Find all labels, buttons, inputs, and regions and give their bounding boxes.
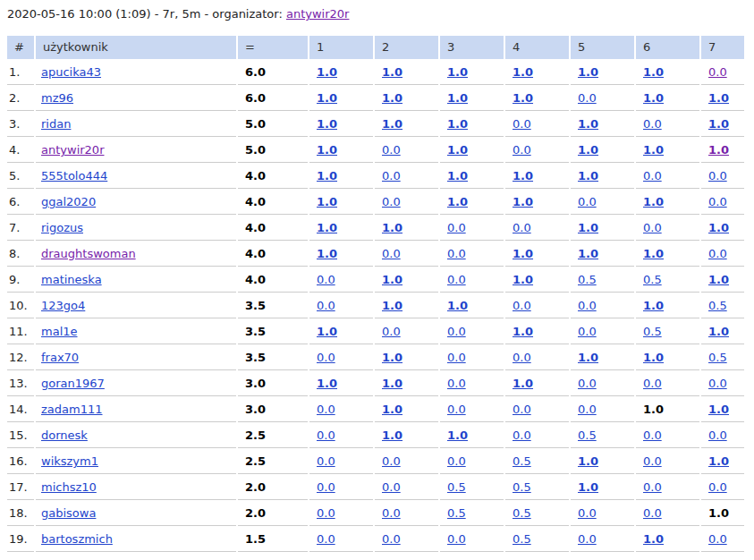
game-result-link[interactable]: 0.0: [382, 143, 401, 157]
game-result-link[interactable]: 0.0: [578, 195, 597, 208]
game-result-link[interactable]: 0.0: [317, 428, 335, 442]
game-result-link[interactable]: 1.0: [382, 428, 402, 442]
game-result-link[interactable]: 1.0: [317, 377, 337, 390]
user-link[interactable]: ggal2020: [41, 195, 96, 208]
game-result-link[interactable]: 1.0: [317, 65, 337, 79]
game-result-link[interactable]: 1.0: [578, 247, 598, 260]
game-result-link[interactable]: 0.0: [382, 325, 401, 338]
game-result-link[interactable]: 0.0: [382, 195, 401, 208]
game-result-link[interactable]: 0.0: [708, 428, 727, 442]
game-result-link[interactable]: 1.0: [447, 65, 468, 79]
game-result-link[interactable]: 1.0: [317, 195, 337, 208]
game-result-link[interactable]: 0.0: [317, 299, 335, 312]
organizer-link[interactable]: antywir20r: [286, 7, 349, 21]
game-result-link[interactable]: 1.0: [382, 377, 402, 390]
game-result-link[interactable]: 1.0: [513, 169, 533, 182]
game-result-link[interactable]: 1.0: [513, 247, 533, 260]
game-result-link[interactable]: 0.0: [513, 117, 531, 131]
game-result-link[interactable]: 1.0: [708, 91, 729, 105]
game-result-link[interactable]: 0.5: [708, 351, 727, 364]
game-result-link[interactable]: 0.0: [643, 480, 662, 494]
game-result-link[interactable]: 0.0: [643, 377, 662, 390]
user-link[interactable]: apucika43: [41, 65, 101, 79]
game-result-link[interactable]: 1.0: [317, 325, 337, 338]
game-result-link[interactable]: 1.0: [382, 91, 402, 105]
game-result-link[interactable]: 1.0: [447, 143, 468, 157]
game-result-link[interactable]: 0.5: [513, 506, 531, 520]
game-result-link[interactable]: 1.0: [708, 325, 729, 338]
game-result-link[interactable]: 1.0: [578, 351, 598, 364]
game-result-link[interactable]: 1.0: [447, 169, 468, 182]
game-result-link[interactable]: 0.0: [643, 506, 662, 520]
user-link[interactable]: matineska: [41, 273, 102, 286]
user-link[interactable]: frax70: [41, 351, 79, 364]
game-result-link[interactable]: 0.0: [382, 454, 401, 468]
game-result-link[interactable]: 1.0: [513, 273, 533, 286]
game-result-link[interactable]: 0.0: [513, 299, 531, 312]
game-result-link[interactable]: 1.0: [578, 221, 598, 234]
game-result-link[interactable]: 0.0: [447, 377, 466, 390]
game-result-link[interactable]: 0.0: [382, 506, 401, 520]
game-result-link[interactable]: 0.0: [447, 221, 466, 234]
game-result-link[interactable]: 1.0: [708, 454, 729, 468]
game-result-link[interactable]: 1.0: [513, 325, 533, 338]
user-link[interactable]: bartoszmich: [41, 532, 113, 546]
game-result-link[interactable]: 1.0: [317, 169, 337, 182]
game-result-link[interactable]: 0.0: [382, 532, 401, 546]
game-result-link[interactable]: 0.0: [447, 247, 466, 260]
game-result-link[interactable]: 1.0: [382, 299, 402, 312]
game-result-link[interactable]: 0.5: [447, 506, 466, 520]
game-result-link[interactable]: 0.0: [513, 428, 531, 442]
game-result-link[interactable]: 1.0: [513, 65, 533, 79]
game-result-link[interactable]: 0.0: [317, 403, 335, 416]
user-link[interactable]: goran1967: [41, 377, 105, 390]
game-result-link[interactable]: 0.0: [643, 169, 662, 182]
game-result-link[interactable]: 1.0: [643, 532, 664, 546]
game-result-link[interactable]: 1.0: [578, 143, 598, 157]
game-result-link[interactable]: 1.0: [578, 117, 598, 131]
game-result-link[interactable]: 0.0: [447, 532, 466, 546]
game-result-link[interactable]: 0.0: [447, 454, 466, 468]
game-result-link[interactable]: 1.0: [578, 454, 598, 468]
user-link[interactable]: mal1e: [41, 325, 78, 338]
game-result-link[interactable]: 0.0: [578, 532, 597, 546]
game-result-link[interactable]: 0.0: [382, 247, 401, 260]
game-result-link[interactable]: 1.0: [382, 117, 402, 131]
game-result-link[interactable]: 1.0: [578, 169, 598, 182]
game-result-link[interactable]: 0.0: [513, 351, 531, 364]
game-result-link[interactable]: 0.0: [447, 325, 466, 338]
user-link[interactable]: 555tolo444: [41, 169, 107, 182]
user-link[interactable]: 123go4: [41, 299, 85, 312]
user-link[interactable]: mz96: [41, 91, 73, 105]
game-result-link[interactable]: 0.5: [708, 299, 727, 312]
game-result-link[interactable]: 1.0: [578, 480, 598, 494]
user-link[interactable]: wikszym1: [41, 454, 98, 468]
game-result-link[interactable]: 0.0: [578, 325, 597, 338]
game-result-link[interactable]: 1.0: [643, 299, 664, 312]
game-result-link[interactable]: 0.0: [513, 143, 531, 157]
game-result-link[interactable]: 1.0: [382, 351, 402, 364]
game-result-link[interactable]: 1.0: [447, 428, 468, 442]
game-result-link[interactable]: 1.0: [708, 143, 729, 157]
game-result-link[interactable]: 0.0: [317, 351, 335, 364]
game-result-link[interactable]: 1.0: [382, 65, 402, 79]
game-result-link[interactable]: 0.0: [447, 403, 466, 416]
game-result-link[interactable]: 0.0: [317, 506, 335, 520]
user-link[interactable]: rigozus: [41, 221, 83, 234]
game-result-link[interactable]: 1.0: [447, 91, 468, 105]
game-result-link[interactable]: 1.0: [317, 91, 337, 105]
user-link[interactable]: dornesk: [41, 428, 88, 442]
game-result-link[interactable]: 1.0: [317, 221, 337, 234]
game-result-link[interactable]: 1.0: [382, 403, 402, 416]
game-result-link[interactable]: 0.0: [708, 195, 727, 208]
game-result-link[interactable]: 1.0: [382, 221, 402, 234]
game-result-link[interactable]: 0.0: [708, 532, 727, 546]
game-result-link[interactable]: 0.0: [447, 351, 466, 364]
user-link[interactable]: draughtswoman: [41, 247, 136, 260]
game-result-link[interactable]: 1.0: [447, 195, 468, 208]
game-result-link[interactable]: 0.0: [708, 247, 727, 260]
game-result-link[interactable]: 1.0: [578, 65, 598, 79]
game-result-link[interactable]: 0.0: [578, 299, 597, 312]
game-result-link[interactable]: 0.0: [578, 91, 597, 105]
game-result-link[interactable]: 0.0: [317, 273, 335, 286]
